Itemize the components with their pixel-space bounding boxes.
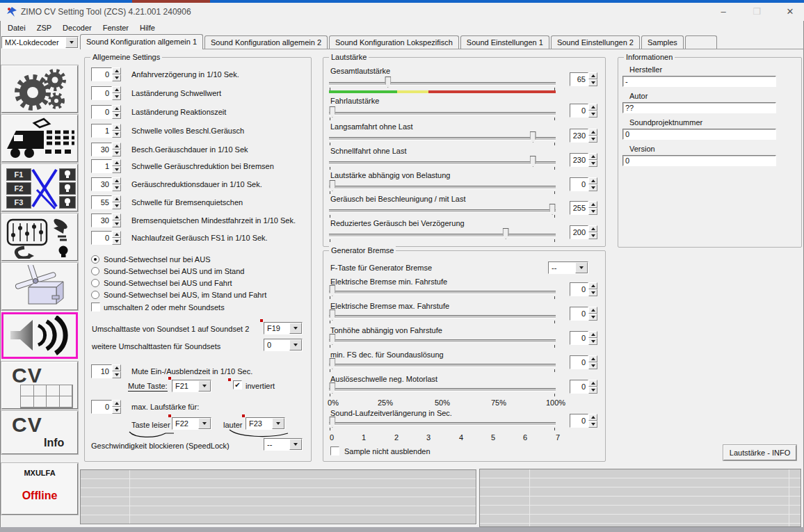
sidebar-button-locomotive[interactable] [1,115,78,162]
spinner-down-icon[interactable] [112,131,121,138]
slider-track[interactable] [329,422,556,426]
tab-sound-konfiguration-allgemein-1[interactable]: Sound Konfiguration allgemein 1 [80,34,203,49]
spinner-value[interactable]: 230 [570,129,588,143]
spinner-up-icon[interactable] [112,400,121,407]
spinbox-min-fs-dec[interactable]: 0 [570,355,597,369]
spinner-up-icon[interactable] [588,414,597,421]
field-hersteller[interactable]: - [622,76,776,87]
combo-mute-taste[interactable]: F21 [172,380,211,392]
tab-sound-konfiguration-allgemein-2[interactable]: Sound Konfiguration allgemein 2 [204,35,328,49]
spinner-up-icon[interactable] [112,124,121,131]
spinner-value[interactable]: 0 [91,105,112,119]
spinbox-schnellfahrt[interactable]: 230 [570,153,597,167]
spinner-schwelle-bremsenquietschen[interactable]: 55 [91,195,121,209]
chevron-down-icon[interactable] [65,37,78,48]
spinbox-laufzeitverlaengerung[interactable]: 0 [570,414,597,428]
spinner-up-icon[interactable] [112,159,121,166]
slider-thumb[interactable] [530,131,536,143]
spinner-value[interactable]: 0 [91,67,112,81]
slider-thumb[interactable] [530,156,536,167]
spinner-up-icon[interactable] [588,201,597,208]
spinbox-tonhoehe[interactable]: 0 [570,331,597,345]
slider-track[interactable] [329,161,556,165]
combo-generator-ftaste[interactable]: -- [548,261,588,274]
spinner-up-icon[interactable] [112,195,121,202]
tab-sound-einstellungen-2[interactable]: Sound Einstellungen 2 [551,35,640,49]
spinner-down-icon[interactable] [112,166,121,173]
log-table-right[interactable] [479,469,801,527]
chevron-down-icon[interactable] [289,339,302,350]
slider-thumb[interactable] [385,76,391,88]
slider-fahrlautstaerke[interactable] [329,106,556,120]
slider-track[interactable] [329,186,556,189]
slider-track[interactable] [329,137,556,140]
chevron-down-icon[interactable] [289,439,302,450]
spinner-value[interactable]: 1 [91,159,112,173]
spinbox-gesamtlautstaerke[interactable]: 65 [570,72,597,86]
tab-samples[interactable]: Samples [641,35,684,49]
menu-hilfe[interactable]: Hilfe [135,22,160,33]
slider-ausloeseschwelle[interactable] [329,382,556,396]
spinner-down-icon[interactable] [588,184,597,191]
spinner-up-icon[interactable] [112,213,121,220]
spinner-down-icon[interactable] [588,387,597,394]
tab-empty[interactable] [685,35,717,49]
radio-setwechsel-alle[interactable] [91,291,99,299]
spinner-value[interactable]: 0 [570,177,588,191]
spinner-value[interactable]: 0 [570,414,588,428]
chevron-down-icon[interactable] [198,380,211,392]
spinner-value[interactable]: 30 [91,213,112,227]
spinner-up-icon[interactable] [588,129,597,136]
spinner-down-icon[interactable] [112,202,121,209]
checkbox-umschalten-soundsets[interactable]: ✔ [91,303,100,312]
combo-umschalttaste-soundset[interactable]: F19 [264,322,303,334]
spinner-value[interactable]: 0 [570,380,588,394]
spinner-down-icon[interactable] [588,289,597,296]
slider-thumb[interactable] [329,382,335,394]
maximize-icon[interactable]: ❒ [745,4,769,19]
spinner-up-icon[interactable] [588,355,597,362]
sidebar-button-servo[interactable] [1,263,78,310]
spinner-up-icon[interactable] [588,307,597,314]
spinner-value[interactable]: 0 [570,282,588,296]
spinner-up-icon[interactable] [588,282,597,289]
spinner-value[interactable]: 0 [91,231,112,245]
spinner-down-icon[interactable] [588,338,597,345]
spinner-up-icon[interactable] [588,153,597,160]
spinner-down-icon[interactable] [588,136,597,143]
sidebar-button-cv-sets[interactable] [1,65,78,113]
spinner-up-icon[interactable] [588,177,597,184]
spinner-schwelle-beschl-geraeusch[interactable]: 1 [91,124,121,138]
radio-setwechsel-aus-stand[interactable] [91,267,99,275]
combo-weitere-umschalttasten[interactable]: 0 [264,339,303,351]
spinner-up-icon[interactable] [112,67,121,74]
spinner-down-icon[interactable] [588,160,597,167]
spinner-value[interactable]: 10 [91,364,112,378]
spinbox-langsamfahrt[interactable]: 230 [570,129,597,143]
spinner-up-icon[interactable] [588,380,597,387]
log-table-left[interactable] [80,469,476,524]
slider-laufzeitverlaengerung[interactable] [329,416,556,430]
tab-sound-einstellungen-1[interactable]: Sound Einstellungen 1 [460,35,549,49]
menu-fenster[interactable]: Fenster [98,22,134,33]
spinner-value[interactable]: 30 [91,143,112,156]
slider-reduziertes-geraeusch[interactable] [329,227,556,241]
spinner-down-icon[interactable] [588,314,597,321]
spinner-down-icon[interactable] [588,111,597,118]
spinner-down-icon[interactable] [112,220,121,227]
spinner-value[interactable]: 0 [91,400,112,414]
spinbox-ebremse-max[interactable]: 0 [570,307,597,321]
combo-speedlock[interactable]: -- [264,438,303,451]
spinner-value[interactable]: 0 [570,331,588,345]
slider-gesamtlautstaerke[interactable] [329,76,556,90]
spinner-schwelle-geraeuschreduktion[interactable]: 1 [91,159,121,173]
field-version[interactable]: 0 [622,155,776,166]
slider-track[interactable] [329,291,556,294]
spinner-up-icon[interactable] [112,143,121,150]
spinbox-fahrlautstaerke[interactable]: 0 [570,104,597,118]
spinner-down-icon[interactable] [112,371,121,378]
slider-lautstaerke-belastung[interactable] [329,179,556,193]
spinner-up-icon[interactable] [112,86,121,93]
sidebar-button-sound-functions[interactable] [1,213,78,261]
sidebar-button-cv-info[interactable]: CV Info [1,411,78,454]
